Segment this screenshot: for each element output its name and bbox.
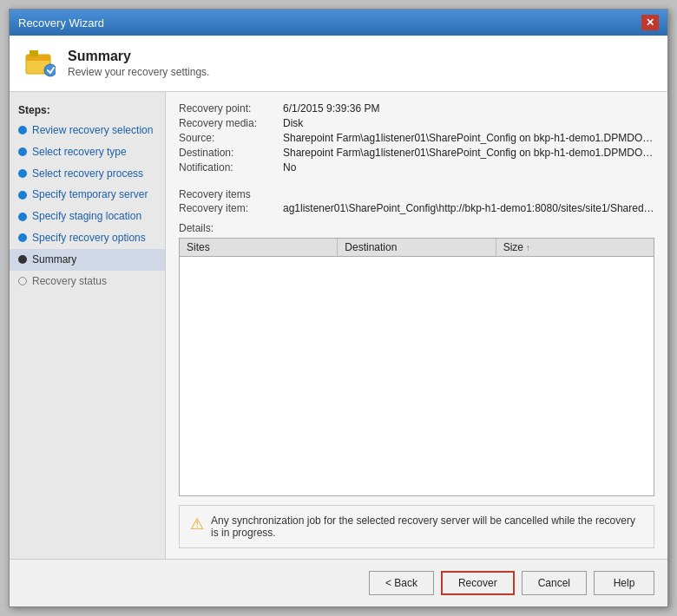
step-dot (18, 147, 27, 156)
info-value: Sharepoint Farm\ag1listener01\SharePoint… (283, 132, 654, 144)
info-row-notification: Notification: No (179, 161, 654, 174)
col-sites: Sites (180, 239, 338, 256)
recovery-item-label: Recovery item: (179, 202, 283, 214)
recovery-item-row: Recovery item: ag1listener01\SharePoint_… (179, 202, 654, 214)
steps-label: Steps: (10, 101, 165, 120)
recover-button[interactable]: Recover (441, 571, 515, 595)
warning-text: Any synchronization job for the selected… (211, 514, 643, 539)
col-size[interactable]: Size (496, 239, 654, 256)
sidebar-item-label: Specify temporary server (32, 187, 148, 202)
sidebar-item-label: Recovery status (32, 274, 107, 289)
header-title: Summary (68, 49, 209, 64)
back-button[interactable]: < Back (369, 571, 434, 595)
sidebar-item-label: Select recovery process (32, 167, 143, 181)
sidebar-item-select-recovery-type[interactable]: Select recovery type (10, 141, 165, 163)
step-dot (18, 126, 27, 134)
sidebar-item-specify-staging-location[interactable]: Specify staging location (10, 206, 165, 227)
info-value: Disk (283, 117, 654, 129)
sidebar-item-label: Select recovery type (32, 145, 127, 160)
sidebar-item-review-recovery-selection[interactable]: Review recovery selection (10, 120, 165, 141)
header-icon (23, 46, 57, 81)
info-label: Source: (179, 132, 283, 144)
info-row-recovery-media: Recovery media: Disk (179, 117, 654, 129)
details-table-body (180, 257, 654, 361)
details-table: Sites Destination Size (179, 238, 654, 496)
info-value: Sharepoint Farm\ag1listener01\SharePoint… (283, 147, 654, 159)
info-row-recovery-point: Recovery point: 6/1/2015 9:39:36 PM (179, 102, 654, 115)
header-subtitle: Review your recovery settings. (68, 66, 209, 78)
info-label: Destination: (179, 147, 283, 159)
info-label: Notification: (179, 161, 283, 174)
info-row-destination: Destination: Sharepoint Farm\ag1listener… (179, 147, 654, 159)
svg-rect-2 (30, 50, 38, 56)
info-table: Recovery point: 6/1/2015 9:39:36 PM Reco… (179, 102, 654, 176)
info-value: 6/1/2015 9:39:36 PM (283, 102, 654, 115)
details-table-header: Sites Destination Size (180, 239, 654, 257)
content-area: Recovery point: 6/1/2015 9:39:36 PM Reco… (166, 92, 667, 559)
sidebar-item-recovery-status: Recovery status (10, 271, 165, 292)
info-label: Recovery media: (179, 117, 283, 129)
title-bar: Recovery Wizard ✕ (10, 10, 667, 36)
close-button[interactable]: ✕ (641, 15, 659, 30)
info-row-source: Source: Sharepoint Farm\ag1listener01\Sh… (179, 132, 654, 144)
cancel-button[interactable]: Cancel (522, 571, 587, 595)
step-dot (18, 255, 27, 264)
step-dot (18, 277, 27, 285)
details-label: Details: (179, 222, 654, 234)
sidebar-item-label: Summary (32, 252, 76, 267)
footer: < Back Recover Cancel Help (10, 559, 667, 606)
main-body: Steps: Review recovery selection Select … (10, 92, 667, 559)
recovery-item-value: ag1listener01\SharePoint_Config\http://b… (283, 202, 654, 214)
warning-box: ⚠ Any synchronization job for the select… (179, 505, 654, 548)
sidebar: Steps: Review recovery selection Select … (10, 92, 166, 559)
sidebar-item-select-recovery-process[interactable]: Select recovery process (10, 163, 165, 185)
col-destination: Destination (338, 239, 496, 256)
info-label: Recovery point: (179, 102, 283, 115)
help-button[interactable]: Help (594, 571, 654, 595)
step-dot (18, 169, 27, 178)
svg-point-3 (44, 64, 56, 76)
recovery-items-header: Recovery items (179, 188, 654, 200)
sidebar-item-specify-temporary-server[interactable]: Specify temporary server (10, 184, 165, 206)
warning-icon: ⚠ (190, 514, 204, 534)
window-title: Recovery Wizard (18, 16, 104, 29)
step-dot (18, 213, 27, 221)
recovery-wizard-window: Recovery Wizard ✕ Summary Review your re… (9, 9, 668, 607)
info-value: No (283, 161, 654, 174)
sidebar-item-label: Specify recovery options (32, 231, 146, 246)
step-dot (18, 191, 27, 200)
sidebar-item-label: Specify staging location (32, 209, 141, 224)
sidebar-item-specify-recovery-options[interactable]: Specify recovery options (10, 227, 165, 249)
header-text: Summary Review your recovery settings. (68, 49, 209, 78)
sidebar-item-summary: Summary (10, 249, 165, 271)
header-section: Summary Review your recovery settings. (10, 36, 667, 92)
sidebar-item-label: Review recovery selection (32, 123, 153, 138)
step-dot (18, 233, 27, 242)
